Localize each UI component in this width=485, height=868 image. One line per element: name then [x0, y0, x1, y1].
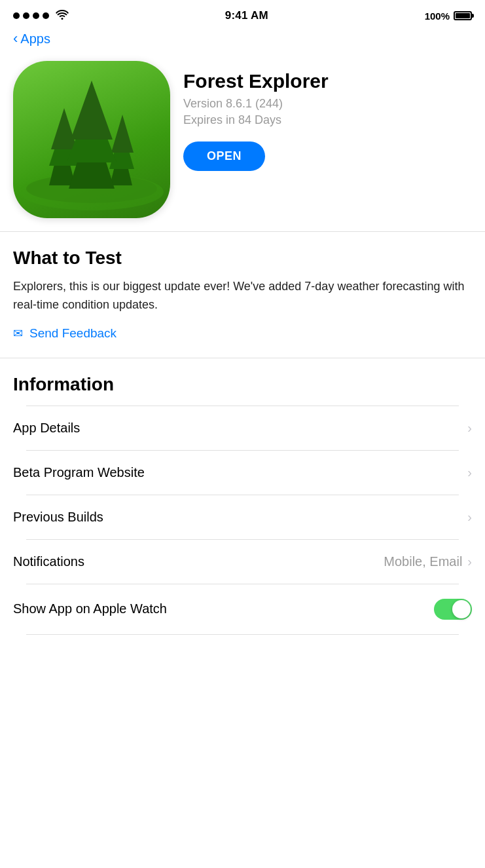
signal-dots	[13, 12, 49, 19]
app-header: Forest Explorer Version 8.6.1 (244) Expi…	[0, 54, 485, 231]
what-to-test-body: Explorers, this is our biggest update ev…	[13, 278, 472, 314]
information-list: App Details › Beta Program Website › Pre…	[0, 406, 485, 635]
app-info: Forest Explorer Version 8.6.1 (244) Expi…	[183, 61, 472, 171]
list-item-app-details[interactable]: App Details ›	[13, 406, 472, 450]
signal-dot-3	[33, 12, 39, 19]
app-details-label: App Details	[13, 421, 80, 436]
status-time: 9:41 AM	[225, 9, 268, 22]
list-item-beta-website[interactable]: Beta Program Website ›	[13, 451, 472, 495]
list-item-previous-builds[interactable]: Previous Builds ›	[13, 495, 472, 539]
list-item-notifications[interactable]: Notifications Mobile, Email ›	[13, 540, 472, 584]
open-button[interactable]: OPEN	[183, 142, 265, 171]
svg-marker-10	[71, 81, 113, 140]
svg-marker-7	[111, 115, 134, 153]
what-to-test-title: What to Test	[13, 248, 472, 269]
previous-builds-label: Previous Builds	[13, 510, 103, 525]
feedback-link[interactable]: Send Feedback	[29, 326, 117, 341]
divider-6	[26, 634, 459, 635]
app-details-chevron-icon: ›	[467, 421, 472, 436]
battery-icon	[454, 11, 472, 20]
status-right: 100%	[425, 10, 472, 22]
list-item-apple-watch: Show App on Apple Watch	[13, 584, 472, 634]
status-left	[13, 9, 69, 22]
signal-dot-1	[13, 12, 20, 19]
app-details-right: ›	[467, 421, 472, 436]
wifi-icon	[56, 9, 69, 22]
back-button[interactable]: ‹ Apps	[13, 31, 50, 47]
svg-marker-4	[51, 108, 77, 149]
beta-website-label: Beta Program Website	[13, 465, 145, 480]
feedback-email-icon: ✉	[13, 326, 23, 341]
apple-watch-toggle[interactable]	[434, 599, 472, 620]
app-icon-wrapper	[13, 61, 170, 218]
beta-website-chevron-icon: ›	[467, 465, 472, 480]
notifications-value: Mobile, Email	[384, 554, 462, 569]
beta-website-right: ›	[467, 465, 472, 480]
nav-bar: ‹ Apps	[0, 29, 485, 54]
signal-dot-4	[43, 12, 49, 19]
previous-builds-right: ›	[467, 510, 472, 525]
app-version: Version 8.6.1 (244)	[183, 97, 472, 111]
previous-builds-chevron-icon: ›	[467, 510, 472, 525]
notifications-right: Mobile, Email ›	[384, 554, 472, 569]
information-title: Information	[13, 374, 472, 395]
information-section: Information	[0, 358, 485, 406]
app-name: Forest Explorer	[183, 70, 472, 93]
battery-fill	[456, 13, 470, 18]
notifications-chevron-icon: ›	[467, 554, 472, 569]
battery-container	[454, 11, 472, 20]
apple-watch-label: Show App on Apple Watch	[13, 601, 167, 616]
app-expires: Expires in 84 Days	[183, 113, 472, 127]
feedback-row[interactable]: ✉ Send Feedback	[13, 326, 472, 341]
what-to-test-section: What to Test Explorers, this is our bigg…	[0, 232, 485, 358]
back-chevron-icon: ‹	[13, 31, 18, 46]
toggle-knob	[452, 600, 471, 618]
status-bar: 9:41 AM 100%	[0, 0, 485, 29]
back-label: Apps	[20, 31, 50, 47]
notifications-label: Notifications	[13, 554, 84, 569]
battery-percent: 100%	[425, 10, 450, 22]
app-icon	[13, 61, 170, 218]
signal-dot-2	[23, 12, 29, 19]
